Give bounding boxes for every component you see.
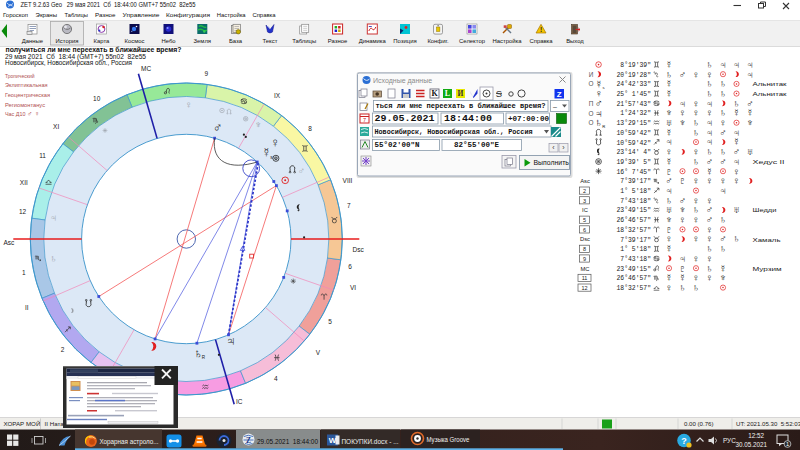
svg-text:♃: ♃ [746,69,754,80]
svg-text:Разное: Разное [328,38,348,44]
svg-text:18:44:00: 18:44:00 [444,114,492,123]
svg-text:♅: ♅ [746,146,754,157]
svg-text:♄: ♄ [733,233,741,244]
svg-text:+07:00:00: +07:00:00 [508,115,550,123]
svg-text:♀: ♀ [185,99,193,110]
svg-text:♀: ♀ [706,272,714,283]
svg-text:25° 1'45": 25° 1'45" [616,90,651,98]
svg-text:Разное: Разное [95,11,116,18]
svg-text:55°02'00"N: 55°02'00"N [375,141,420,149]
svg-text:K: K [431,89,438,98]
svg-text:1°24'32": 1°24'32" [620,109,651,117]
svg-text:Текст: Текст [263,38,278,44]
svg-text:Выход: Выход [566,38,584,44]
svg-text:23°49'15": 23°49'15" [616,206,651,214]
svg-text:24°42'33": 24°42'33" [616,80,651,88]
svg-text:XII: XII [20,179,28,186]
svg-text:4: 4 [274,375,278,382]
svg-text:♂: ♂ [719,156,727,167]
svg-text:Хедус II: Хедус II [753,158,785,165]
svg-text:Таблицы: Таблицы [65,11,89,18]
svg-text:☿: ☿ [733,107,741,118]
svg-text:21°57'43": 21°57'43" [616,100,651,108]
svg-text:7°39'17": 7°39'17" [620,236,651,244]
svg-text:7: 7 [347,202,351,209]
svg-text:7°43'18": 7°43'18" [620,197,651,205]
svg-text:Новосибирск, Новосибирская обл: Новосибирск, Новосибирская обл., Россия [375,128,533,136]
svg-text:♀: ♀ [733,175,741,186]
svg-text:9: 9 [204,70,208,77]
svg-text:♃: ♃ [733,59,741,70]
svg-text:9: 9 [583,256,586,262]
svg-text:V: V [316,349,321,356]
svg-text:II Ната: II Ната [45,420,65,427]
svg-text:♇: ♇ [679,175,687,186]
svg-text:Z: Z [557,90,562,99]
svg-text:2: 2 [583,188,586,194]
svg-text:Альнитак: Альнитак [753,90,787,97]
svg-text:Космос: Космос [125,38,145,44]
svg-text:s: s [602,85,604,90]
svg-text:Час Д10 ♂ ♀: Час Д10 ♂ ♀ [5,110,39,117]
svg-text:23°14' 4": 23°14' 4" [616,148,651,156]
svg-text:8: 8 [583,246,586,252]
svg-text:♄: ♄ [719,214,727,225]
svg-text:8: 8 [308,125,312,132]
svg-text:II: II [25,304,29,311]
svg-text:IX: IX [274,92,281,99]
svg-text:!: ! [540,26,542,33]
svg-text:♀: ♀ [270,135,280,150]
svg-text:11: 11 [582,275,588,281]
svg-text:♄: ♄ [50,253,58,264]
svg-text:10°59'42": 10°59'42" [616,129,651,137]
svg-text:Эклиптикальная: Эклиптикальная [5,82,48,88]
svg-text:19°39' 5": 19°39' 5" [616,158,651,166]
svg-text:Настройка: Настройка [217,11,246,18]
svg-text:Asc: Asc [580,178,590,184]
svg-text:Тропический: Тропический [5,73,35,79]
svg-text:30.05.2021: 30.05.2021 [735,441,767,448]
svg-text:База: База [229,38,243,44]
svg-text:Управление: Управление [123,11,160,18]
svg-text:П: П [589,100,594,107]
svg-text:7°43'18": 7°43'18" [620,255,651,263]
svg-text:О: О [589,80,594,87]
svg-text:Данные: Данные [22,38,44,44]
svg-text:1: 1 [22,269,26,276]
svg-text:♀: ♀ [692,233,700,244]
svg-text:1° 5'18": 1° 5'18" [620,245,651,253]
svg-text:♃: ♃ [50,212,58,223]
svg-text:Справка: Справка [529,38,553,44]
svg-text:13°29'15": 13°29'15" [616,119,651,127]
svg-text:10°59'42": 10°59'42" [616,139,651,147]
svg-text:ZET 9.2.63 Geo 29 мая 2021: ZET 9.2.63 Geo 29 мая 2021 Сб 18:44:00 G… [21,1,196,8]
svg-text:VIII: VIII [343,177,353,184]
svg-text:UT: 2021.05.30 5:52:03: UT: 2021.05.30 5:52:03 [736,420,800,427]
svg-text:1: 1 [786,441,789,447]
svg-text:♅: ♅ [733,204,741,215]
svg-text:Позиция: Позиция [393,38,416,44]
svg-text:Конфиг.: Конфиг. [427,38,449,44]
svg-text:♀: ♀ [692,175,700,186]
svg-text:11: 11 [39,152,46,159]
svg-text:Гороскоп: Гороскоп [3,11,28,18]
svg-text:12: 12 [581,285,587,291]
svg-text:–: – [553,103,557,110]
svg-text:5: 5 [583,217,586,223]
svg-text:♂: ♂ [298,165,305,176]
svg-text:♀: ♀ [665,282,673,293]
svg-text:О: О [589,119,594,126]
svg-text:Dsc: Dsc [353,246,365,253]
svg-text:7: 7 [363,117,366,123]
svg-text:?: ? [681,436,687,446]
svg-text:♄: ♄ [679,282,687,293]
svg-text:2: 2 [61,346,65,353]
svg-text:♄: ♄ [692,127,700,138]
svg-text:☿: ☿ [665,88,673,99]
svg-text:♄: ♄ [719,243,727,254]
svg-text:12:52: 12:52 [748,432,764,439]
svg-text:Конфигурация: Конфигурация [166,11,210,18]
svg-text:Исходные данные: Исходные данные [373,77,432,85]
svg-text:VI: VI [350,284,356,291]
svg-text:♆: ♆ [719,272,727,283]
